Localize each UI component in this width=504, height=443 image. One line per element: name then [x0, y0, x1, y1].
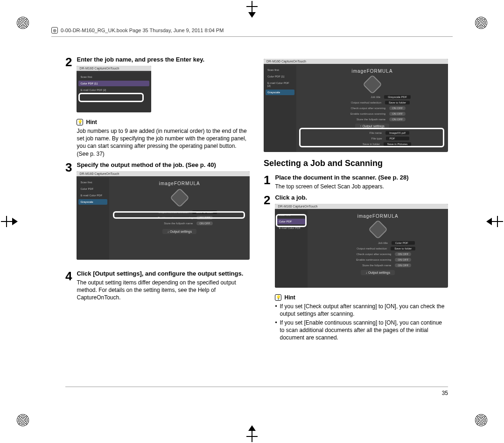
sidebar-item: Grayscale [266, 90, 294, 95]
footer-rule [65, 387, 448, 387]
header-filepath: 0-00-DR-M160_RG_UK.book Page 35 Thursday… [61, 28, 224, 33]
output-settings-button: ↓ Output settings [361, 270, 395, 275]
hint-body: Job numbers up to 9 are added (in numeri… [77, 127, 250, 158]
sidebar-item: Scan first [78, 180, 107, 185]
hint-bullet: If you set [Check output after scanning]… [275, 303, 448, 318]
step-2b: 2 Click a job. DR-M160 CaptureOnTouch Sc… [264, 194, 448, 342]
sidebar-item: Scan first [78, 74, 149, 80]
step-body: The output setting items differ dependin… [77, 279, 250, 302]
output-settings-button: ↓ Output settings [162, 229, 196, 234]
step-number: 3 [65, 161, 72, 266]
right-column: DR-M160 CaptureOnTouch Scan first Color … [264, 56, 448, 401]
hint-bullet: If you set [Enable continuous scanning] … [275, 319, 448, 342]
hint-icon: 💡 [275, 294, 281, 301]
crop-arrow [486, 218, 492, 225]
step-1b: 1 Place the document in the scanner. (Se… [264, 174, 448, 190]
crop-cross [1, 216, 12, 227]
window-title: DR-M160 CaptureOnTouch [275, 204, 448, 209]
step-title: Specify the output method of the job. (S… [77, 161, 250, 168]
crop-cross [246, 1, 258, 12]
step-title: Click [Output settings], and configure t… [77, 270, 250, 277]
brand-label: imageFORMULA [308, 209, 448, 222]
step-number: 2 [264, 194, 270, 342]
crop-arrow [12, 218, 18, 225]
step-title: Place the document in the scanner. (See … [275, 174, 448, 181]
window-title: DR-M160 CaptureOnTouch [77, 66, 151, 71]
window-title: DR-M160 CaptureOnTouch [77, 171, 250, 176]
step-body: The top screen of Select Scan Job appear… [275, 183, 448, 190]
hint-icon: 💡 [77, 119, 83, 125]
sidebar-item: Color PDF [1] [78, 81, 149, 86]
highlight-box [299, 128, 444, 147]
sidebar-item: Grayscale [78, 199, 107, 205]
sidebar-item: E-mail Color PDF [78, 193, 107, 198]
book-icon: ⊕ [51, 27, 58, 34]
crop-arrow [248, 12, 256, 18]
hint-label: Hint [86, 119, 97, 125]
crop-ornament [475, 17, 487, 29]
crop-cross [246, 431, 258, 442]
scan-diamond-icon [170, 188, 189, 208]
section-title: Selecting a Job and Scanning [264, 159, 448, 168]
hint-bullets: If you set [Check output after scanning]… [275, 303, 448, 341]
highlight-box [276, 214, 307, 227]
sidebar-item: Scan first [266, 67, 294, 73]
crop-arrow [248, 425, 256, 431]
hint-label: Hint [284, 294, 295, 301]
step-4: 4 Click [Output settings], and configure… [65, 270, 250, 302]
brand-label: imageFORMULA [109, 176, 250, 189]
step-number: 2 [65, 56, 72, 158]
step-2: 2 Enter the job name, and press the Ente… [65, 56, 250, 158]
brand-label: imageFORMULA [296, 64, 448, 76]
sidebar-item: E-mail Color PDF [2] [78, 87, 149, 93]
left-column: 2 Enter the job name, and press the Ente… [65, 56, 250, 401]
sidebar-item: Color PDF [1] [266, 74, 294, 79]
sidebar-item: Color PDF [78, 186, 107, 192]
crop-ornament [17, 414, 29, 426]
sidebar-item: E-mail Color PDF [2] [266, 80, 294, 89]
header-rule [51, 36, 453, 37]
page-number: 35 [442, 390, 448, 396]
screenshot-jobname: DR-M160 CaptureOnTouch Scan first Color … [77, 66, 151, 112]
step-title: Click a job. [275, 194, 448, 201]
step-title: Enter the job name, and press the Enter … [77, 56, 250, 63]
screenshot-output-method: DR-M160 CaptureOnTouch Scan first Color … [77, 171, 250, 260]
step-number: 1 [264, 174, 270, 190]
window-title: DR-M160 CaptureOnTouch [264, 59, 448, 64]
page-content: 2 Enter the job name, and press the Ente… [65, 56, 448, 401]
highlight-box [78, 93, 144, 102]
step-3: 3 Specify the output method of the job. … [65, 161, 250, 266]
header-filepath-row: ⊕ 0-00-DR-M160_RG_UK.book Page 35 Thursd… [51, 27, 453, 34]
scan-diamond-icon [368, 220, 388, 239]
highlight-box [113, 211, 245, 219]
crop-ornament [475, 414, 487, 426]
screenshot-output-settings: DR-M160 CaptureOnTouch Scan first Color … [264, 59, 448, 152]
scan-diamond-icon [362, 75, 382, 94]
screenshot-click-job: DR-M160 CaptureOnTouch Scan first Color … [275, 204, 448, 288]
crop-cross [492, 216, 503, 227]
crop-ornament [17, 17, 29, 29]
step-number: 4 [65, 270, 72, 302]
